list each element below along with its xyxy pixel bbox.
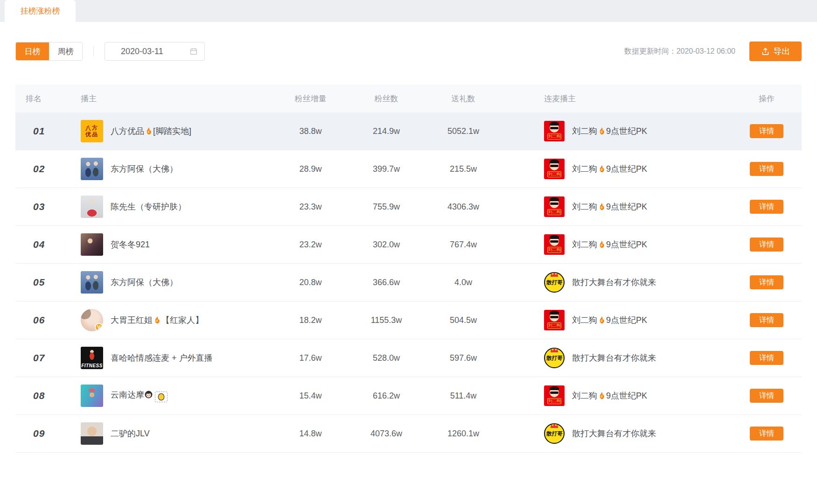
pk-host-cell: 散打哥 散打哥 散打大舞台有才你就来	[503, 272, 732, 293]
liuergou-avatar-art: 刘二狗	[544, 121, 565, 141]
table-row: 01 八方优品 八方优品[脚踏实地] 38.8w 214.9w 5052.1w …	[15, 112, 802, 150]
leaderboard-table: 排名 播主 粉丝增量 粉丝数 送礼数 连麦播主 操作 01 八方优品 八方优品[…	[15, 84, 802, 453]
broadcaster-name: 八方优品[脚踏实地]	[111, 126, 191, 137]
fans-gain-cell: 23.2w	[272, 240, 349, 250]
avatar-circle-text: 散打哥	[546, 430, 563, 437]
rank-cell: 05	[15, 277, 67, 288]
detail-button[interactable]: 详情	[750, 238, 783, 252]
broadcaster-avatar	[81, 158, 103, 180]
broadcaster-avatar	[81, 422, 103, 445]
fans-total-cell: 366.6w	[349, 278, 424, 287]
detail-button[interactable]: 详情	[750, 427, 783, 441]
controls-bar: 日榜 周榜 2020-03-11 数据更新时间：2020-03-12 06:00…	[0, 22, 817, 61]
detail-button[interactable]: 详情	[750, 275, 783, 289]
gifts-cell: 597.6w	[424, 353, 503, 363]
avatar-banner-text: 刘二狗	[547, 247, 561, 253]
export-label: 导出	[774, 46, 790, 57]
gifts-cell: 767.4w	[424, 240, 503, 250]
action-cell: 详情	[732, 275, 802, 289]
broadcaster-name: 二驴的JLV	[111, 428, 150, 439]
cartoon-face-icon	[550, 388, 559, 397]
pk-host-name: 散打大舞台有才你就来	[572, 428, 656, 439]
vertical-divider	[93, 46, 94, 56]
pk-avatar: 刘二狗 刘二狗	[544, 159, 565, 179]
date-picker-input[interactable]: 2020-03-11	[105, 42, 205, 61]
liuergou-avatar-art: 刘二狗	[544, 310, 565, 330]
cartoon-face-icon	[550, 123, 559, 133]
fans-gain-cell: 23.3w	[272, 202, 349, 212]
pk-host-cell: 刘二狗 刘二狗 刘二狗9点世纪PK	[503, 310, 732, 330]
pk-host-name: 刘二狗9点世纪PK	[572, 163, 647, 175]
avatar-banner-text: 刘二狗	[547, 209, 561, 215]
fans-total-cell: 214.9w	[349, 126, 424, 136]
export-button[interactable]: 导出	[749, 42, 802, 61]
table-row: 06 V 大胃王红姐【红家人】 18.2w 1155.3w 504.5w 刘二狗…	[15, 301, 802, 339]
action-cell: 详情	[732, 162, 802, 176]
avatar-banner-text: 刘二狗	[547, 171, 561, 177]
col-header-gifts: 送礼数	[424, 93, 503, 104]
action-cell: 详情	[732, 427, 802, 441]
col-header-action: 操作	[732, 93, 802, 104]
detail-button[interactable]: 详情	[750, 124, 783, 138]
detail-button[interactable]: 详情	[750, 351, 783, 365]
pk-host-name: 散打大舞台有才你就来	[572, 352, 656, 364]
fans-gain-cell: 15.4w	[272, 391, 349, 401]
pk-host-name: 散打大舞台有才你就来	[572, 277, 656, 288]
pk-avatar: 刘二狗 刘二狗	[544, 234, 565, 255]
broadcaster-name: 喜哈哈情感连麦 + 户外直播	[111, 352, 213, 364]
weekly-rank-button[interactable]: 周榜	[49, 42, 82, 60]
fans-gain-cell: 17.6w	[272, 353, 349, 363]
update-time-value: 2020-03-12 06:00	[677, 47, 735, 55]
sandage-avatar-art: 散打哥	[544, 272, 565, 293]
pk-avatar: 刘二狗 刘二狗	[544, 385, 565, 406]
pk-avatar: 刘二狗 刘二狗	[544, 196, 565, 217]
pk-host-cell: 刘二狗 刘二狗 刘二狗9点世纪PK	[503, 385, 732, 406]
fans-total-cell: 528.0w	[349, 353, 424, 363]
table-header-row: 排名 播主 粉丝增量 粉丝数 送礼数 连麦播主 操作	[15, 84, 802, 112]
cartoon-face-icon	[550, 312, 559, 322]
broadcaster-name: 陈先生（专研护肤）	[111, 201, 186, 212]
pk-avatar: 散打哥 散打哥	[544, 423, 565, 444]
crown-icon	[551, 348, 559, 352]
gifts-cell: 4.0w	[424, 278, 503, 287]
broadcaster-avatar	[81, 233, 103, 256]
liuergou-avatar-art: 刘二狗	[544, 385, 565, 406]
avatar-circle-text: 散打哥	[546, 279, 563, 286]
table-row: 09 二驴的JLV 14.8w 4073.6w 1260.1w 散打哥 散打哥	[15, 415, 802, 453]
crown-icon	[551, 272, 559, 277]
calendar-icon[interactable]	[189, 47, 198, 56]
fans-gain-cell: 18.2w	[272, 315, 349, 325]
rank-cell: 07	[15, 352, 67, 364]
broadcaster-name: 大胃王红姐【红家人】	[111, 315, 203, 326]
broadcaster-cell: 陈先生（专研护肤）	[67, 196, 272, 218]
rank-cell: 03	[15, 201, 67, 212]
detail-button[interactable]: 详情	[750, 162, 783, 176]
export-icon	[761, 47, 770, 56]
fans-total-cell: 4073.6w	[349, 429, 424, 439]
detail-button[interactable]: 详情	[750, 200, 783, 214]
date-value: 2020-03-11	[121, 47, 163, 56]
broadcaster-cell: FITNESS 喜哈哈情感连麦 + 户外直播	[67, 347, 272, 369]
pk-host-name: 刘二狗9点世纪PK	[572, 390, 647, 401]
detail-button[interactable]: 详情	[750, 313, 783, 327]
pk-host-cell: 刘二狗 刘二狗 刘二狗9点世纪PK	[503, 234, 732, 255]
liuergou-avatar-art: 刘二狗	[544, 234, 565, 255]
update-time: 数据更新时间：2020-03-12 06:00	[624, 47, 735, 56]
pk-avatar: 刘二狗 刘二狗	[544, 310, 565, 330]
broadcaster-cell: 东方阿保（大佛）	[67, 158, 272, 180]
daily-rank-button[interactable]: 日榜	[16, 42, 49, 60]
avatar-text: 八方优品	[84, 125, 100, 138]
gifts-cell: 504.5w	[424, 315, 503, 325]
fans-gain-cell: 38.8w	[272, 126, 349, 136]
cartoon-face-icon	[550, 199, 559, 208]
broadcaster-cell: 东方阿保（大佛）	[67, 271, 272, 294]
fans-total-cell: 616.2w	[349, 391, 424, 401]
detail-button[interactable]: 详情	[750, 389, 783, 403]
avatar-banner-text: 刘二狗	[547, 398, 561, 404]
tab-fan-growth-ranking[interactable]: 挂榜涨粉榜	[5, 0, 76, 22]
liuergou-avatar-art: 刘二狗	[544, 159, 565, 179]
pk-host-cell: 刘二狗 刘二狗 刘二狗9点世纪PK	[503, 196, 732, 217]
rank-cell: 08	[15, 390, 67, 401]
table-row: 03 陈先生（专研护肤） 23.3w 755.9w 4306.3w 刘二狗 刘二…	[15, 188, 802, 226]
broadcaster-name: 东方阿保（大佛）	[111, 163, 178, 175]
